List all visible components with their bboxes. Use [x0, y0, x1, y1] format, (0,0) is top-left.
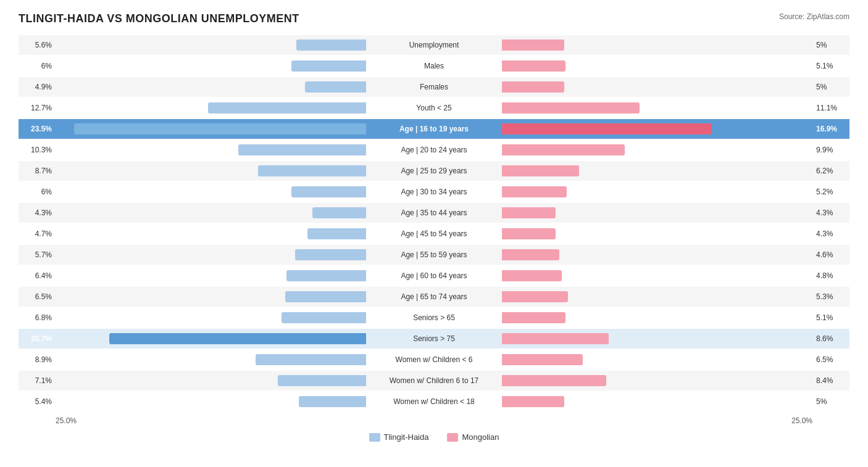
row-inner: 6.4% Age | 60 to 64 years 4.8% [19, 266, 849, 286]
right-value: 4.8% [812, 271, 849, 280]
row-inner: 7.1% Women w/ Children 6 to 17 8.4% [19, 371, 849, 391]
right-bar-wrap [502, 374, 812, 387]
row-label: Seniors > 65 [366, 313, 502, 322]
right-value: 5.1% [812, 62, 849, 70]
left-value: 12.7% [19, 104, 56, 112]
row-inner: 6% Males 5.1% [19, 56, 849, 76]
right-value: 11.1% [812, 104, 849, 112]
left-bar-wrap [56, 291, 366, 303]
row-inner: 23.5% Age | 16 to 19 years 16.9% [19, 119, 849, 139]
row-inner: 6.5% Age | 65 to 74 years 5.3% [19, 287, 849, 307]
row-label: Age | 16 to 19 years [366, 125, 502, 133]
left-bar [305, 81, 366, 93]
left-value: 6% [19, 62, 56, 70]
right-bar [502, 375, 606, 386]
row-label: Women w/ Children < 18 [366, 397, 502, 406]
chart-row: 4.7% Age | 45 to 54 years 4.3% [19, 224, 849, 244]
left-bar [74, 123, 366, 134]
chart-header: TLINGIT-HAIDA VS MONGOLIAN UNEMPLOYMENT … [19, 12, 849, 25]
left-bar-wrap [56, 123, 366, 135]
left-bar [291, 60, 366, 72]
left-value: 23.5% [19, 125, 56, 133]
mongolian-legend-label: Mongolian [462, 432, 499, 442]
right-bar [502, 333, 609, 344]
row-label: Age | 55 to 59 years [366, 250, 502, 259]
right-bar-wrap [502, 395, 812, 408]
left-bar-wrap [56, 165, 366, 177]
left-bar-wrap [56, 374, 366, 387]
left-bar [238, 144, 366, 155]
left-value: 7.1% [19, 376, 56, 385]
right-bar [502, 165, 579, 176]
chart-row: 8.9% Women w/ Children < 6 6.5% [19, 350, 849, 370]
chart-row: 8.7% Age | 25 to 29 years 6.2% [19, 161, 849, 181]
right-bar-wrap [502, 353, 812, 366]
chart-row: 6% Age | 30 to 34 years 5.2% [19, 182, 849, 202]
row-label: Age | 65 to 74 years [366, 292, 502, 301]
tlingit-legend-box [369, 433, 380, 442]
chart-row: 4.3% Age | 35 to 44 years 4.3% [19, 203, 849, 223]
row-inner: 5.4% Women w/ Children < 18 5% [19, 392, 849, 411]
right-bar [502, 144, 625, 155]
right-bar [502, 60, 565, 72]
chart-container: TLINGIT-HAIDA VS MONGOLIAN UNEMPLOYMENT … [19, 12, 849, 442]
axis-row: 25.0% 25.0% [19, 414, 849, 428]
row-label: Women w/ Children < 6 [366, 355, 502, 364]
left-bar [285, 291, 366, 302]
left-bar [307, 228, 366, 239]
row-inner: 8.9% Women w/ Children < 6 6.5% [19, 350, 849, 370]
chart-row: 7.1% Women w/ Children 6 to 17 8.4% [19, 371, 849, 391]
right-bar [502, 123, 712, 134]
right-bar-wrap [502, 60, 812, 72]
right-value: 5% [812, 41, 849, 49]
right-bar [502, 186, 567, 197]
right-bar-wrap [502, 39, 812, 51]
left-bar [256, 354, 366, 365]
left-value: 6.5% [19, 292, 56, 301]
right-bar-wrap [502, 81, 812, 93]
right-bar-wrap [502, 312, 812, 324]
row-label: Age | 45 to 54 years [366, 229, 502, 238]
chart-title: TLINGIT-HAIDA VS MONGOLIAN UNEMPLOYMENT [19, 12, 299, 25]
row-inner: 10.3% Age | 20 to 24 years 9.9% [19, 140, 849, 160]
chart-row: 12.7% Youth < 25 11.1% [19, 98, 849, 118]
left-value: 5.4% [19, 397, 56, 406]
row-inner: 5.6% Unemployment 5% [19, 35, 849, 55]
right-bar-wrap [502, 123, 812, 135]
right-bar [502, 81, 564, 93]
row-label: Males [366, 62, 502, 70]
right-axis-label: 25.0% [791, 416, 812, 425]
right-value: 16.9% [812, 125, 849, 133]
right-value: 5% [812, 397, 849, 406]
left-value: 4.3% [19, 209, 56, 217]
legend: Tlingit-Haida Mongolian [19, 432, 849, 442]
left-bar-wrap [56, 102, 366, 114]
left-value: 6.8% [19, 313, 56, 322]
right-bar-wrap [502, 144, 812, 156]
right-bar [502, 270, 562, 281]
left-bar-wrap [56, 144, 366, 156]
left-bar [286, 270, 366, 281]
right-value: 6.5% [812, 355, 849, 364]
left-bar-wrap [56, 353, 366, 366]
left-bar-wrap [56, 207, 366, 219]
left-value: 10.3% [19, 146, 56, 154]
chart-row: 6.4% Age | 60 to 64 years 4.8% [19, 266, 849, 286]
left-bar [282, 312, 366, 323]
chart-row: 6.8% Seniors > 65 5.1% [19, 308, 849, 328]
right-bar [502, 39, 564, 51]
right-value: 9.9% [812, 146, 849, 154]
left-bar-wrap [56, 395, 366, 408]
left-bar [278, 375, 366, 386]
row-inner: 12.7% Youth < 25 11.1% [19, 98, 849, 118]
legend-mongolian: Mongolian [447, 432, 499, 442]
row-label: Age | 20 to 24 years [366, 146, 502, 154]
right-bar-wrap [502, 207, 812, 219]
right-bar [502, 102, 640, 114]
tlingit-legend-label: Tlingit-Haida [384, 432, 429, 442]
left-bar-wrap [56, 228, 366, 240]
right-bar-wrap [502, 270, 812, 282]
row-label: Age | 25 to 29 years [366, 167, 502, 175]
right-value: 4.6% [812, 250, 849, 259]
right-value: 5.1% [812, 313, 849, 322]
